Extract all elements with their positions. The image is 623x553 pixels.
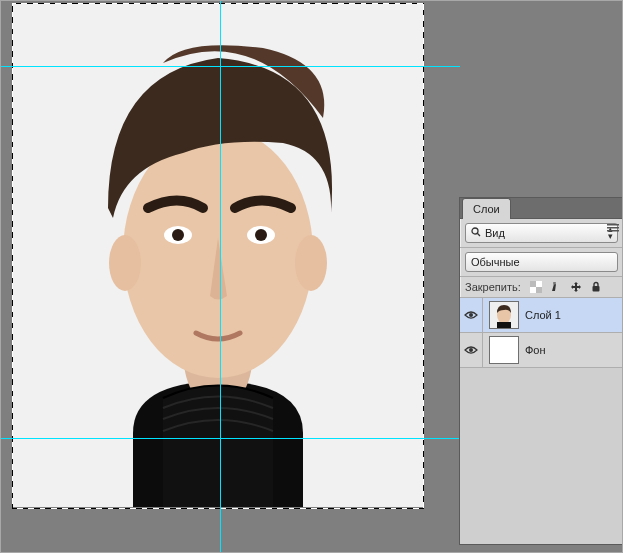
svg-point-7 <box>255 229 267 241</box>
lock-row-label: Закрепить: <box>465 281 521 293</box>
lock-row: Закрепить: <box>460 277 623 298</box>
svg-point-2 <box>109 235 141 291</box>
svg-point-6 <box>172 229 184 241</box>
layer-filter-label: Вид <box>485 227 505 239</box>
svg-rect-15 <box>536 287 542 293</box>
panel-tabbar: Слои <box>460 198 623 219</box>
svg-rect-17 <box>592 286 599 292</box>
layers-empty-area <box>460 368 623 544</box>
svg-rect-14 <box>530 281 536 287</box>
layer-row[interactable]: Фон <box>460 333 623 368</box>
pixel-lock-icon[interactable] <box>549 280 563 294</box>
blend-mode-dropdown[interactable]: Обычные <box>465 252 618 272</box>
workspace: Слои Вид ▴▾ Обычные Закрепить: <box>0 0 623 553</box>
svg-rect-16 <box>553 282 556 285</box>
eye-icon <box>464 310 478 320</box>
layer-name[interactable]: Фон <box>525 344 546 356</box>
tab-layers[interactable]: Слои <box>462 198 511 219</box>
layer-thumbnail[interactable] <box>489 301 519 329</box>
blend-mode-row: Обычные <box>460 248 623 277</box>
document-viewport[interactable] <box>0 0 455 553</box>
svg-rect-23 <box>490 337 518 363</box>
layer-row[interactable]: Слой 1 <box>460 298 623 333</box>
layers-list: Слой 1 Фон <box>460 298 623 544</box>
layer-name[interactable]: Слой 1 <box>525 309 561 321</box>
svg-rect-11 <box>607 227 619 229</box>
lock-all-icon[interactable] <box>589 280 603 294</box>
visibility-toggle[interactable] <box>460 333 483 367</box>
layer-thumbnail[interactable] <box>489 336 519 364</box>
layers-panel: Слои Вид ▴▾ Обычные Закрепить: <box>459 197 623 545</box>
svg-line-9 <box>477 233 480 236</box>
search-icon <box>471 227 481 239</box>
svg-point-18 <box>469 313 473 317</box>
canvas-image <box>13 3 423 507</box>
svg-rect-21 <box>497 322 511 328</box>
panel-menu-icon[interactable] <box>605 220 621 236</box>
svg-rect-12 <box>607 230 619 232</box>
transparency-lock-icon[interactable] <box>529 280 543 294</box>
eye-icon <box>464 345 478 355</box>
visibility-toggle[interactable] <box>460 298 483 332</box>
svg-point-3 <box>295 235 327 291</box>
svg-rect-10 <box>607 224 619 226</box>
svg-point-8 <box>472 228 478 234</box>
svg-point-22 <box>469 348 473 352</box>
layer-filter-dropdown[interactable]: Вид ▴▾ <box>465 223 618 243</box>
canvas[interactable] <box>13 3 423 507</box>
position-lock-icon[interactable] <box>569 280 583 294</box>
blend-mode-value: Обычные <box>471 256 520 268</box>
layer-filter-row: Вид ▴▾ <box>460 219 623 248</box>
